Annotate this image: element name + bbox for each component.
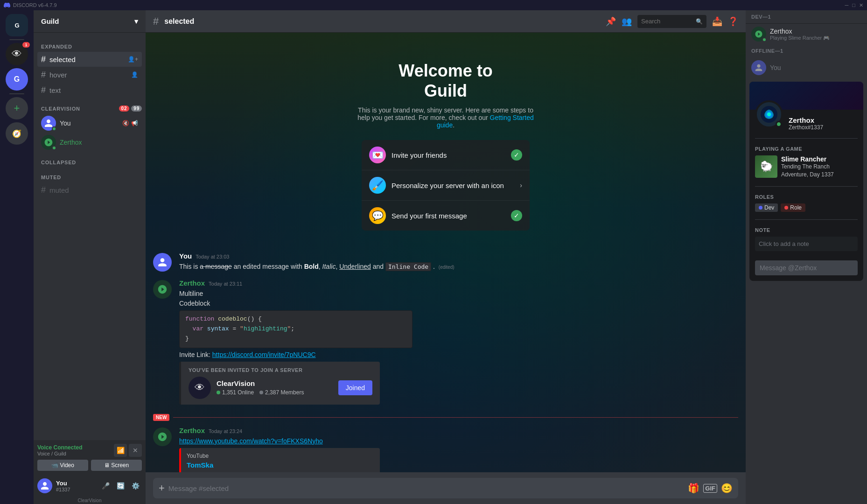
collapsed-label: COLLAPSED	[34, 152, 146, 167]
note-input[interactable]	[755, 237, 858, 251]
online-count: 1,351 Online	[217, 389, 254, 396]
screen-button[interactable]: 🖥 Screen	[91, 460, 142, 471]
rs-online-dot-zerthox	[762, 37, 767, 42]
invite-url[interactable]: https://discord.com/invite/7pNUC9C	[212, 351, 316, 358]
dm-input[interactable]	[755, 260, 858, 275]
maximize-button[interactable]: □	[852, 2, 855, 8]
add-server-button[interactable]: +	[6, 97, 28, 119]
minimize-button[interactable]: ─	[845, 2, 849, 8]
server-icon-symbol: 👁	[12, 48, 22, 60]
emoji-icon[interactable]: 😊	[721, 483, 733, 494]
yt-source: YouTube	[187, 453, 374, 459]
discover-servers-button[interactable]: 🧭	[6, 122, 28, 145]
voice-disconnect-icon[interactable]: ✕	[129, 444, 142, 457]
content-area: # selected 📌 👥 🔍 📥 ❓ Welcome toGuild Thi…	[146, 10, 746, 504]
channel-item-hover[interactable]: # hover 👤	[37, 67, 142, 82]
dm-input-wrap	[749, 257, 863, 281]
playing-label: PLAYING A GAME	[749, 142, 863, 154]
role-badge-dev: Dev	[755, 203, 778, 212]
new-badge: NEW	[153, 414, 169, 421]
channel-hash-icon-2: #	[41, 70, 46, 80]
voice-status: Voice Connected Voice / Guild 📶 ✕	[37, 444, 142, 457]
profile-online-dot	[776, 121, 782, 127]
member-item-zerthox[interactable]: Zerthox	[37, 133, 142, 152]
inbox-icon[interactable]: 📥	[712, 16, 722, 27]
user-info: You #1337	[56, 480, 95, 492]
game-detail-1: Tending The Ranch	[781, 163, 834, 171]
server-header[interactable]: Guild ▾	[34, 10, 146, 33]
message-content-2: Zerthox Today at 23:11 MultilineCodebloc…	[179, 279, 738, 406]
online-indicator-zerthox	[52, 146, 56, 150]
channel-item-muted[interactable]: # muted	[37, 182, 142, 197]
notification-badge: 1	[22, 42, 30, 48]
youtube-url[interactable]: https://www.youtube.com/watch?v=foFKXS6N…	[179, 437, 323, 445]
add-attachment-button[interactable]: +	[159, 482, 165, 494]
gift-icon[interactable]: 🎁	[688, 483, 699, 494]
server-icon-clearvision[interactable]: 👁 1	[6, 43, 28, 65]
channel-hash-muted: #	[41, 185, 46, 195]
divider-line	[173, 417, 738, 418]
message-content-3: Zerthox Today at 23:24 https://www.youtu…	[179, 427, 738, 472]
close-button[interactable]: ✕	[859, 2, 863, 8]
video-button[interactable]: 📹 Video	[37, 460, 88, 471]
message-icon: 💬	[369, 207, 386, 224]
help-icon[interactable]: ❓	[728, 16, 738, 27]
user-tag: #1337	[56, 487, 95, 492]
app-title: DISCORD v6-4.7.9	[13, 2, 57, 8]
members-icon[interactable]: 👥	[622, 16, 632, 27]
settings-button[interactable]: ⚙️	[129, 479, 142, 492]
search-icon: 🔍	[696, 18, 703, 25]
channel-list: EXPANDED # selected 👤+ # hover 👤 # text …	[34, 33, 146, 440]
send-message-label: Send your first message	[392, 212, 505, 220]
role-name-role: Role	[790, 204, 802, 211]
message-content-1: You Today at 23:03 This is a message an …	[179, 252, 738, 272]
add-member-icon-2: 👤	[131, 71, 138, 78]
roles-wrap: Dev Role	[749, 202, 863, 216]
code-block: function codebloc() { var syntax = "high…	[179, 310, 413, 348]
rs-member-zerthox[interactable]: Zerthox Playing Slime Rancher 🎮	[746, 24, 867, 44]
gif-icon[interactable]: GIF	[703, 484, 717, 493]
add-member-icon: 👤+	[128, 56, 138, 63]
message-author-zerthox-2: Zerthox	[179, 427, 205, 434]
role-dot-dev	[759, 206, 762, 210]
user-avatar[interactable]	[37, 478, 52, 493]
youtube-embed: YouTube TomSka asdfmovie10	[179, 448, 380, 472]
channel-item-selected[interactable]: # selected 👤+	[37, 52, 142, 67]
member-item-you[interactable]: You 🔇📢	[37, 114, 142, 133]
message-author-you: You	[179, 252, 192, 260]
message-area[interactable]: Welcome toGuild This is your brand new, …	[146, 33, 746, 472]
messages-container: You Today at 23:03 This is a message an …	[146, 245, 746, 472]
discord-logo	[4, 2, 10, 8]
message-timestamp-2: Today at 23:11	[209, 281, 242, 287]
server-icon-g[interactable]: G	[6, 68, 28, 91]
rs-avatar-you	[751, 60, 766, 75]
user-controls: 🎤 🔄 ⚙️	[99, 479, 142, 492]
checklist: 💌 Invite your friends ✓ 🖌️ Personalize y…	[362, 140, 530, 231]
search-input[interactable]	[641, 18, 694, 25]
game-name: Slime Rancher	[781, 155, 834, 163]
personalize-icon: 🖌️	[369, 177, 386, 194]
game-info: 🐑 Slime Rancher Tending The Ranch Advent…	[749, 154, 863, 182]
channel-header-name: selected	[164, 17, 194, 26]
checklist-item-icon[interactable]: 🖌️ Personalize your server with an icon …	[362, 170, 530, 201]
guild-server-icon[interactable]: G	[6, 14, 28, 36]
message-header-1: You Today at 23:03	[179, 252, 738, 260]
checklist-item-invite[interactable]: 💌 Invite your friends ✓	[362, 140, 530, 170]
search-bar[interactable]: 🔍	[637, 15, 706, 28]
joined-button[interactable]: Joined	[338, 380, 372, 395]
channel-item-text[interactable]: # text	[37, 83, 142, 98]
mute-button[interactable]: 🎤	[99, 479, 112, 492]
voice-signal-icon[interactable]: 📶	[114, 444, 127, 457]
pin-icon[interactable]: 📌	[606, 16, 616, 27]
window-controls: ─ □ ✕	[845, 2, 863, 8]
message-input[interactable]	[168, 484, 688, 492]
checklist-item-message[interactable]: 💬 Send your first message ✓	[362, 201, 530, 231]
deafen-button[interactable]: 🔄	[114, 479, 127, 492]
getting-started-link[interactable]: Getting Started guide	[437, 114, 534, 129]
expand-arrow: ›	[520, 182, 522, 189]
channel-name-text: text	[49, 86, 138, 94]
profile-divider-2	[755, 186, 858, 187]
invite-icon: 💌	[369, 147, 386, 163]
rs-member-you[interactable]: You	[746, 57, 867, 78]
welcome-title: Welcome toGuild	[399, 61, 492, 101]
